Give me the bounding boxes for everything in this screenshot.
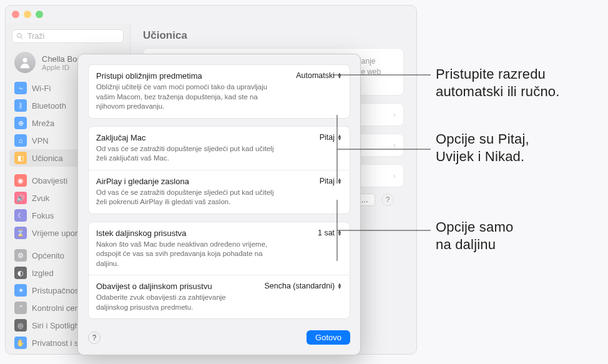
user-name: Chella Boe [42,54,82,64]
search-input[interactable]: Traži [12,29,124,43]
sidebar-icon: ⌛ [14,227,27,239]
done-button[interactable]: Gotovo [306,330,350,345]
setting-description: Od vas će se zatražiti dopuštenje sljede… [96,188,283,207]
setting-description: Od vas će se zatražiti dopuštenje sljede… [96,144,283,164]
popup-value: Pitaj [320,177,335,185]
zoom-window-icon[interactable] [36,11,43,18]
popup-value: Pitaj [320,133,335,142]
page-title: Učionica [143,29,404,42]
setting-remote-timeout: Istek daljinskog prisustva Nakon što vaš… [89,222,350,276]
callout-ask-options: Opcije su Pitaj,Uvijek i Nikad. [436,130,529,165]
popup-value: Automatski [296,71,335,80]
sidebar-item-label: Općenito [32,251,64,260]
remote-sound-popup[interactable]: Sencha (standardni) ▲▼ [265,282,343,290]
chevron-right-icon: › [393,110,396,119]
svg-line-1 [21,37,23,39]
avatar [14,52,36,73]
chevron-updown-icon: ▲▼ [337,72,342,79]
svg-point-0 [17,34,22,38]
sidebar-item-label: Wi-Fi [32,84,51,93]
sidebar-icon: ☾ [14,209,27,222]
sidebar-icon: ✶ [14,284,27,297]
search-icon [16,32,24,40]
chevron-updown-icon: ▲▼ [337,230,342,236]
minimize-window-icon[interactable] [24,11,31,18]
sidebar-item-label: Mreža [32,119,54,128]
sidebar-item-label: Obavijesti [32,176,67,185]
close-window-icon[interactable] [12,11,19,18]
setting-title: Zaključaj Mac [96,133,283,142]
settings-group-remote: Istek daljinskog prisustva Nakon što vaš… [88,222,350,320]
sidebar-item-label: Učionica [32,154,63,163]
sidebar-icon: ⏦ [14,82,27,94]
user-subtitle: Apple ID [42,64,82,71]
callout-remote-only: Opcije samona daljinu [436,219,513,253]
titlebar [6,6,416,23]
svg-point-2 [22,58,27,62]
setting-title: Istek daljinskog prisustva [96,229,283,238]
chevron-right-icon: › [393,171,396,180]
popup-value: 1 sat [318,229,335,237]
chevron-updown-icon: ▲▼ [337,134,342,140]
sidebar-item-label: Siri i Spotlight [32,321,81,330]
callout-join-mode: Pristupite razreduautomatski ili ručno. [436,66,560,101]
sidebar-item-label: Pristupačnost [32,286,81,295]
setting-lock-mac: Zaključaj Mac Od vas će se zatražiti dop… [89,127,350,170]
setting-description: Odaberite zvuk obavijesti za zahtijevanj… [96,293,258,312]
sidebar-icon: ◉ [14,174,27,187]
setting-join-nearby: Pristupi obližnjim predmetima Obližnji u… [89,65,350,118]
airplay-popup[interactable]: Pitaj ▲▼ [320,177,342,185]
popup-value: Sencha (standardni) [265,282,335,290]
sidebar-icon: ⌃ [14,302,27,314]
sidebar-item-label: Fokus [32,211,54,220]
setting-title: AirPlay i gledanje zaslona [96,177,283,186]
setting-description: Nakon što vaš Mac bude neaktivan određen… [96,240,283,269]
sidebar-icon: ✋ [14,337,27,349]
search-placeholder: Traži [27,32,44,41]
sidebar-icon: ◎ [14,319,27,332]
help-button[interactable]: ? [88,332,101,344]
sidebar-icon: ◐ [14,267,27,279]
remote-timeout-popup[interactable]: 1 sat ▲▼ [318,229,342,237]
chevron-right-icon: › [393,140,396,150]
setting-title: Pristupi obližnjim predmetima [96,71,283,81]
sidebar-icon: ⚙ [14,249,27,262]
setting-title: Obavijest o daljinskom prisustvu [96,282,258,291]
sidebar-icon: ⌂ [14,134,27,147]
sidebar-icon: ◧ [14,152,27,164]
sidebar-item-label: VPN [32,136,49,145]
lock-mac-popup[interactable]: Pitaj ▲▼ [320,133,342,142]
sidebar-item-label: Izgled [32,268,54,278]
sidebar-item-label: Bluetooth [32,101,66,111]
setting-remote-sound: Obavijest o daljinskom prisustvu Odaberi… [89,275,350,318]
settings-group-nearby: Pristupi obližnjim predmetima Obližnji u… [88,64,350,119]
settings-sheet: Pristupi obližnjim predmetima Obližnji u… [77,54,361,355]
sidebar-icon: 🔊 [14,192,27,204]
sidebar-icon: ᛒ [14,99,27,112]
chevron-updown-icon: ▲▼ [337,283,342,289]
chevron-updown-icon: ▲▼ [337,178,342,184]
settings-group-permissions: Zaključaj Mac Od vas će se zatražiti dop… [88,126,350,214]
help-button[interactable]: ? [381,194,394,206]
join-nearby-popup[interactable]: Automatski ▲▼ [296,71,342,80]
setting-description: Obližnji učitelji će vam moći pomoći tak… [96,82,283,112]
setting-airplay-screen: AirPlay i gledanje zaslona Od vas će se … [89,170,350,214]
sidebar-item-label: Zvuk [32,194,49,203]
sidebar-icon: ⊕ [14,117,27,129]
